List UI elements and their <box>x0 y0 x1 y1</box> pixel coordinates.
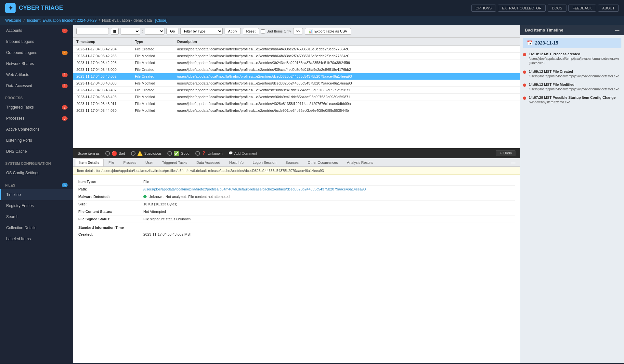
extract-collector-button[interactable]: EXTRACT COLLECTOR <box>498 5 546 12</box>
sidebar-item-triggered-tasks[interactable]: Triggered Tasks 2 <box>0 102 73 113</box>
add-comment[interactable]: 💬 Add Comment <box>228 151 257 155</box>
top-buttons: OPTIONS EXTRACT COLLECTOR DOCS FEEDBACK … <box>471 5 619 12</box>
detail-tab-analysis-results[interactable]: Analysis Results <box>343 158 378 166</box>
separator: : <box>142 29 143 33</box>
about-button[interactable]: ABOUT <box>598 5 619 12</box>
table-row[interactable]: 2023-11-17 04:03:43.911 ... File Modifie… <box>73 100 520 107</box>
end-time-select[interactable] <box>145 28 164 35</box>
sidebar-item-labeled-items[interactable]: Labeled Items <box>0 233 73 244</box>
sidebar-item-active-connections[interactable]: Active Connections <box>0 124 73 135</box>
sidebar-item-search[interactable]: Search <box>0 211 73 222</box>
calendar-button[interactable]: ▦ <box>111 28 119 35</box>
detail-tab-triggered-tasks[interactable]: Triggered Tasks <box>158 158 191 166</box>
table-scroll[interactable]: Timestamp Type Description 2023-11-17 04… <box>73 38 520 148</box>
table-row[interactable]: 2023-11-17 04:03:43.003 ... File Modifie… <box>73 80 520 87</box>
score-unknown-option[interactable]: ❓ Unknown <box>195 151 223 156</box>
bad-items-checkbox[interactable] <box>261 29 265 33</box>
path-value[interactable]: /users/jdoe/appdata/local/mozilla/firefo… <box>143 187 515 191</box>
table-row[interactable]: 2023-11-17 04:03:44.060 ... File Modifie… <box>73 107 520 114</box>
sidebar-item-listening-ports[interactable]: Listening Ports <box>0 135 73 146</box>
table-row[interactable]: 2023-11-17 04:03:42.285 ... File Modifie… <box>73 53 520 59</box>
breadcrumb-incident[interactable]: Incident: Evaluation Incident 2024-04-29 <box>27 18 97 23</box>
sidebar-item-web-artifacts[interactable]: Web Artifacts 1 <box>0 69 73 80</box>
feedback-button[interactable]: FEEDBACK <box>568 5 596 12</box>
timeline-event[interactable]: 14:07:29 MST Possible Startup Item Confi… <box>523 96 621 105</box>
right-panel-header: Bad Items Timeline — <box>520 25 624 35</box>
expand-button[interactable]: >> <box>293 28 303 34</box>
table-row[interactable]: 2023-11-17 04:03:42.284 ... File Created… <box>73 46 520 53</box>
apply-button[interactable]: Apply <box>225 28 241 34</box>
radio-suspicious[interactable] <box>131 151 136 156</box>
sidebar-item-os-config[interactable]: OS Config Settings <box>0 167 73 178</box>
sidebar-item-data-accessed[interactable]: Data Accessed 1 <box>0 80 73 91</box>
undo-button[interactable]: ↩ Undo <box>496 150 515 156</box>
detail-tab-item-details[interactable]: Item Details <box>75 158 104 166</box>
go-button[interactable]: Go <box>166 28 178 34</box>
radio-bad[interactable] <box>105 151 110 156</box>
detail-tab-file[interactable]: File <box>104 158 119 166</box>
sidebar-item-outbound-logons[interactable]: Outbound Logons 4 <box>0 47 73 58</box>
radio-good[interactable] <box>167 151 172 156</box>
bad-items-label[interactable]: Bad Items Only <box>261 29 291 33</box>
cell-desc: /users/jdoe/appdata/local/mozilla/firefo… <box>174 100 520 107</box>
sidebar-item-registry-entries[interactable]: Registry Entries <box>0 200 73 211</box>
timeline-event[interactable]: 14:10:12 MST Process created /users/jdoe… <box>523 52 621 66</box>
sidebar-label-web-artifacts: Web Artifacts <box>6 72 29 77</box>
detail-tab-user[interactable]: User <box>141 158 157 166</box>
search-input[interactable] <box>76 28 109 34</box>
table-row[interactable]: 2023-11-17 04:03:42.298 ... File Modifie… <box>73 59 520 66</box>
col-header-timestamp[interactable]: Timestamp <box>73 38 132 46</box>
sidebar-item-inbound-logons[interactable]: Inbound Logons <box>0 36 73 47</box>
cell-timestamp: 2023-11-17 04:03:43.003 ... <box>73 80 132 87</box>
detail-tab-sources[interactable]: Sources <box>281 158 303 166</box>
sidebar-item-accounts[interactable]: Accounts 4 <box>0 25 73 36</box>
cell-desc: /users/jdoe/appdata/local/mozilla/firefo… <box>174 73 520 80</box>
timeline-event-content: 14:09:12 MST File Modified /users/jdoe/a… <box>529 83 621 92</box>
sidebar-item-timeline[interactable]: Timeline <box>0 189 73 200</box>
sidebar-label-data-accessed: Data Accessed <box>6 84 32 88</box>
score-good-option[interactable]: ✅ Good <box>167 151 189 156</box>
options-button[interactable]: OPTIONS <box>471 5 496 12</box>
detail-tab-data-accessed[interactable]: Data Accessed <box>192 158 224 166</box>
unknown-label: Unknown <box>208 151 223 155</box>
sidebar-label-outbound: Outbound Logons <box>6 50 37 55</box>
score-suspicious-option[interactable]: ⚠️ Suspicious <box>131 151 162 156</box>
table-row[interactable]: 2023-11-17 04:03:43.498 ... File Modifie… <box>73 94 520 100</box>
docs-button[interactable]: DOCS <box>548 5 566 12</box>
detail-tab-other-occurrences[interactable]: Other Occurrences <box>304 158 342 166</box>
col-header-type[interactable]: Type <box>132 38 174 46</box>
timeline-cal-icon: 📅 <box>527 40 532 46</box>
export-button[interactable]: 📊 Export Table as CSV <box>305 28 351 35</box>
detail-tab-process[interactable]: Process <box>119 158 140 166</box>
sidebar-item-processes[interactable]: Processes 3 <box>0 113 73 124</box>
cell-type: File Created <box>132 73 174 80</box>
detail-row-created: Created: 2023-11-17 04:03:43.002 MST <box>78 231 515 238</box>
cell-timestamp: 2023-11-17 04:03:43.911 ... <box>73 100 132 107</box>
sidebar-item-dns-cache[interactable]: DNS Cache <box>0 146 73 157</box>
breadcrumb-welcome[interactable]: Welcome <box>5 18 21 23</box>
filter-type-select[interactable]: Filter by Type <box>180 28 223 35</box>
table-row[interactable]: 2023-11-17 04:03:43.002 File Created /us… <box>73 73 520 80</box>
detail-tab-close[interactable]: — <box>508 159 518 166</box>
right-panel-collapse-icon[interactable]: — <box>615 28 619 32</box>
timeline-event-content: 14:07:29 MST Possible Startup Item Confi… <box>529 96 621 105</box>
detail-tab-host-info[interactable]: Host Info <box>225 158 248 166</box>
reset-button[interactable]: Reset <box>243 28 259 34</box>
radio-unknown[interactable] <box>195 151 200 156</box>
time-select[interactable] <box>121 28 140 35</box>
score-bad-option[interactable]: 🔴 Bad <box>105 151 125 156</box>
table-row[interactable]: 2023-11-17 04:03:43.000 ... File Created… <box>73 66 520 73</box>
timeline-event[interactable]: 14:09:12 MST File Created /users/jdoe/ap… <box>523 70 621 79</box>
sidebar-item-files[interactable]: Files 6 <box>0 178 73 189</box>
breadcrumb-close[interactable]: [Close] <box>155 18 167 23</box>
sidebar-item-network-shares[interactable]: Network Shares <box>0 58 73 69</box>
col-header-description[interactable]: Description <box>174 38 520 46</box>
timeline-event[interactable]: 14:09:12 MST File Modified /users/jdoe/a… <box>523 83 621 92</box>
table-row[interactable]: 2023-11-17 04:03:43.497 ... File Created… <box>73 87 520 94</box>
cell-timestamp: 2023-11-17 04:03:43.497 ... <box>73 87 132 94</box>
suspicious-icon: ⚠️ <box>137 151 143 156</box>
sidebar-item-collection-details[interactable]: Collection Details <box>0 222 73 233</box>
detail-tab-logon-session[interactable]: Logon Session <box>249 158 281 166</box>
cell-timestamp: 2023-11-17 04:03:42.298 ... <box>73 59 132 66</box>
file-content-label: File Content Status: <box>78 210 143 214</box>
